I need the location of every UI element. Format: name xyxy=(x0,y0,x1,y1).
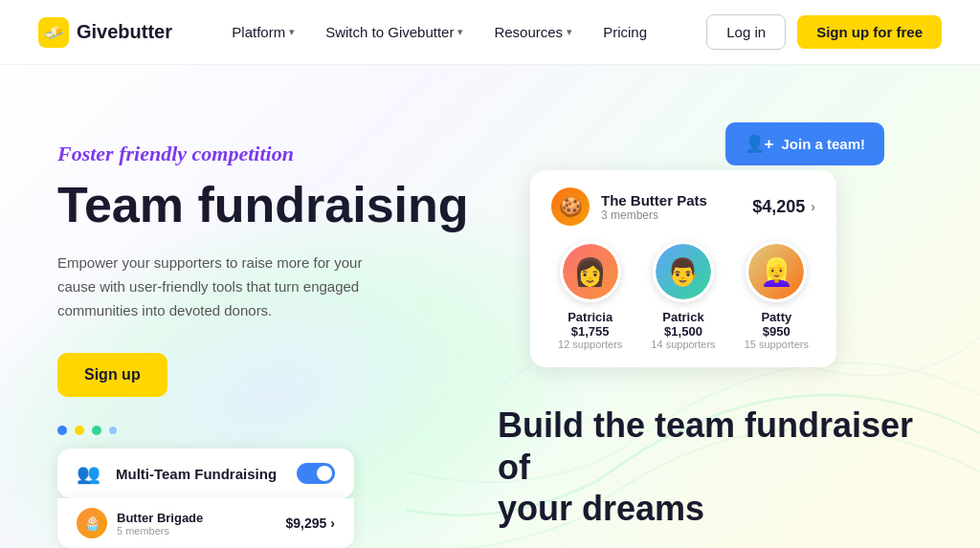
logo-text: Givebutter xyxy=(77,21,172,43)
team-avatar: 🍪 xyxy=(551,187,590,226)
hero-signup-button[interactable]: Sign up xyxy=(57,353,167,397)
member-avatar-patrick: 👨 xyxy=(653,241,714,302)
signup-button[interactable]: Sign up for free xyxy=(797,15,942,49)
nav-switch[interactable]: Switch to Givebutter ▾ xyxy=(325,24,463,40)
hero-section: Foster friendly competition Team fundrai… xyxy=(0,65,980,548)
member-patty: 👱‍♀️ Patty $950 15 supporters xyxy=(745,241,809,350)
user-plus-icon: 👤+ xyxy=(745,134,774,154)
team-card: 🍪 The Butter Pats 3 members $4,205 › 👩 xyxy=(530,170,836,367)
nav-platform[interactable]: Platform ▾ xyxy=(232,24,295,40)
chevron-down-icon: ▾ xyxy=(567,26,572,38)
member-supporters: 14 supporters xyxy=(651,339,715,350)
team-info: The Butter Pats 3 members xyxy=(601,192,752,222)
member-avatar-patricia: 👩 xyxy=(560,241,621,302)
member-name: Patrick xyxy=(651,310,715,324)
member-patricia: 👩 Patricia $1,755 12 supporters xyxy=(558,241,622,350)
navbar: 🧈 Givebutter Platform ▾ Switch to Givebu… xyxy=(0,0,980,65)
chevron-right-icon: › xyxy=(330,515,335,531)
logo-icon: 🧈 xyxy=(38,17,69,48)
team-member-count: 3 members xyxy=(601,208,752,222)
member-amount: $1,500 xyxy=(651,324,715,339)
sub-team-avatar: 🧁 xyxy=(77,508,107,538)
member-supporters: 12 supporters xyxy=(558,339,622,350)
nav-resources[interactable]: Resources ▾ xyxy=(494,24,572,40)
nav-actions: Log in Sign up for free xyxy=(706,14,942,50)
nav-pricing[interactable]: Pricing xyxy=(603,24,647,40)
chevron-right-icon: › xyxy=(811,199,815,214)
hero-right: 👤+ Join a team! 🍪 The Butter Pats 3 memb… xyxy=(521,122,923,486)
member-supporters: 15 supporters xyxy=(745,339,809,350)
team-card-header: 🍪 The Butter Pats 3 members $4,205 › xyxy=(551,187,815,226)
login-button[interactable]: Log in xyxy=(706,14,786,50)
logo[interactable]: 🧈 Givebutter xyxy=(38,17,172,48)
join-team-button[interactable]: 👤+ Join a team! xyxy=(725,122,884,165)
member-name: Patty xyxy=(745,310,809,324)
members-row: 👩 Patricia $1,755 12 supporters 👨 Patric… xyxy=(551,241,815,350)
team-name: The Butter Pats xyxy=(601,192,752,208)
member-amount: $1,755 xyxy=(558,324,622,339)
member-name: Patricia xyxy=(558,310,622,324)
hero-description: Empower your supporters to raise more fo… xyxy=(57,252,383,322)
sub-team-members: 5 members xyxy=(117,525,286,537)
sub-team-amount: $9,295 › xyxy=(286,515,336,531)
member-patrick: 👨 Patrick $1,500 14 supporters xyxy=(651,241,715,350)
hero-content: Foster friendly competition Team fundrai… xyxy=(0,65,980,486)
sub-team-info: Butter Brigade 5 members xyxy=(117,511,286,537)
sub-team-card: 🧁 Butter Brigade 5 members $9,295 › xyxy=(57,498,354,548)
member-avatar-patty: 👱‍♀️ xyxy=(746,241,807,302)
member-amount: $950 xyxy=(745,324,809,339)
hero-left: Foster friendly competition Team fundrai… xyxy=(57,122,521,397)
chevron-down-icon: ▾ xyxy=(457,26,463,38)
hero-title: Team fundraising xyxy=(57,178,521,232)
sub-team-name: Butter Brigade xyxy=(117,511,286,525)
chevron-down-icon: ▾ xyxy=(289,26,295,38)
hero-tagline: Foster friendly competition xyxy=(57,142,521,166)
team-amount: $4,205 › xyxy=(752,197,815,217)
nav-links: Platform ▾ Switch to Givebutter ▾ Resour… xyxy=(232,24,647,40)
